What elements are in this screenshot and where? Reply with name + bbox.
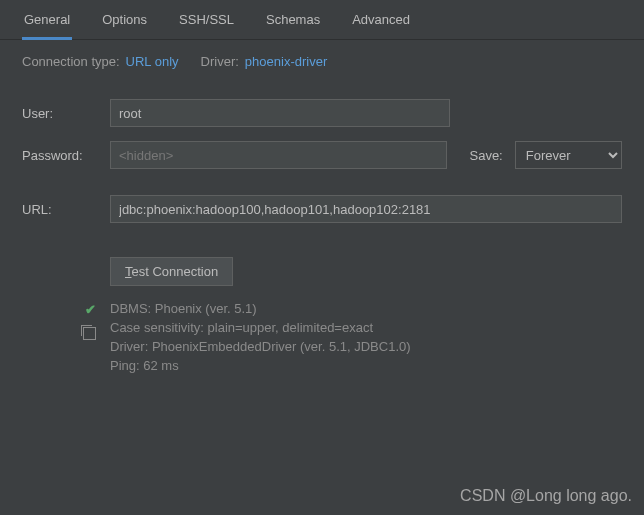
info-driver: Driver: PhoenixEmbeddedDriver (ver. 5.1,… <box>110 338 411 357</box>
watermark: CSDN @Long long ago. <box>460 487 632 505</box>
info-case-sensitivity: Case sensitivity: plain=upper, delimited… <box>110 319 411 338</box>
test-connection-row: Test Connection <box>22 257 622 286</box>
info-icons: ✔ <box>22 300 110 375</box>
tab-general[interactable]: General <box>22 12 72 40</box>
user-input[interactable] <box>110 99 450 127</box>
check-icon: ✔ <box>85 302 96 317</box>
tab-advanced[interactable]: Advanced <box>350 12 412 39</box>
tab-bar: General Options SSH/SSL Schemas Advanced <box>0 0 644 40</box>
user-row: User: <box>22 99 622 127</box>
tab-schemas[interactable]: Schemas <box>264 12 322 39</box>
tab-options[interactable]: Options <box>100 12 149 39</box>
password-input[interactable] <box>110 141 447 169</box>
password-row: Password: Save: Forever <box>22 141 622 169</box>
copy-icon[interactable] <box>83 327 96 340</box>
content-panel: Connection type: URL only Driver: phoeni… <box>0 40 644 375</box>
connection-meta-row: Connection type: URL only Driver: phoeni… <box>22 54 622 69</box>
info-dbms: DBMS: Phoenix (ver. 5.1) <box>110 300 411 319</box>
save-label: Save: <box>469 148 502 163</box>
driver-label: Driver: <box>201 54 239 69</box>
connection-type-label: Connection type: <box>22 54 120 69</box>
connection-info-block: ✔ DBMS: Phoenix (ver. 5.1) Case sensitiv… <box>22 300 622 375</box>
info-ping: Ping: 62 ms <box>110 357 411 376</box>
url-row: URL: <box>22 195 622 223</box>
url-label: URL: <box>22 202 110 217</box>
info-lines: DBMS: Phoenix (ver. 5.1) Case sensitivit… <box>110 300 411 375</box>
driver-value[interactable]: phoenix-driver <box>245 54 327 69</box>
user-label: User: <box>22 106 110 121</box>
connection-type-value[interactable]: URL only <box>126 54 179 69</box>
url-input[interactable] <box>110 195 622 223</box>
save-select[interactable]: Forever <box>515 141 622 169</box>
test-connection-button[interactable]: Test Connection <box>110 257 233 286</box>
tab-sshssl[interactable]: SSH/SSL <box>177 12 236 39</box>
password-label: Password: <box>22 148 110 163</box>
